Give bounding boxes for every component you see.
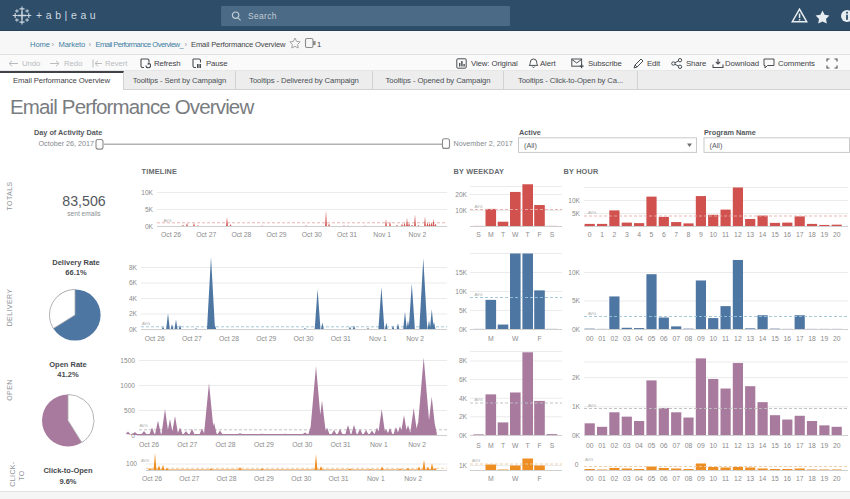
svg-text:10: 10 (709, 475, 717, 482)
svg-text:Oct 29: Oct 29 (254, 441, 274, 448)
svg-text:3: 3 (625, 231, 629, 238)
svg-text:11: 11 (722, 335, 729, 342)
svg-text:DELIVERY: DELIVERY (6, 289, 13, 327)
svg-text:0K: 0K (459, 432, 468, 439)
svg-text:TOTALS: TOTALS (6, 182, 13, 211)
svg-text:01: 01 (598, 335, 606, 342)
svg-text:Oct 26: Oct 26 (161, 231, 181, 238)
svg-text:83,506: 83,506 (62, 193, 106, 209)
svg-text:AVG: AVG (475, 292, 483, 297)
svg-text:06: 06 (660, 475, 668, 482)
svg-text:0K: 0K (572, 326, 581, 333)
svg-text:TO: TO (18, 470, 25, 481)
svg-text:Oct 30: Oct 30 (292, 441, 312, 448)
svg-text:Oct 30: Oct 30 (293, 335, 313, 342)
svg-text:Nov 1: Nov 1 (369, 335, 387, 342)
svg-text:19: 19 (821, 475, 829, 482)
svg-text:07: 07 (672, 442, 680, 449)
svg-text:11: 11 (722, 475, 729, 482)
svg-text:Oct 26: Oct 26 (139, 441, 159, 448)
svg-text:Nov 2: Nov 2 (406, 335, 424, 342)
svg-text:19: 19 (821, 442, 829, 449)
svg-text:0K: 0K (572, 432, 581, 439)
svg-text:S: S (550, 442, 555, 449)
svg-text:Oct 26: Oct 26 (145, 335, 165, 342)
svg-text:17: 17 (796, 442, 804, 449)
svg-text:W: W (512, 442, 519, 449)
svg-text:Oct 31: Oct 31 (330, 441, 350, 448)
svg-text:10K: 10K (568, 197, 580, 204)
svg-text:10: 10 (709, 442, 717, 449)
svg-text:07: 07 (672, 335, 680, 342)
svg-text:16: 16 (784, 231, 792, 238)
svg-text:0K: 0K (145, 223, 154, 230)
svg-text:AVG: AVG (588, 403, 596, 408)
svg-text:20: 20 (833, 335, 841, 342)
svg-text:02: 02 (611, 335, 619, 342)
svg-text:16: 16 (784, 335, 792, 342)
svg-text:13: 13 (746, 442, 754, 449)
svg-text:8K: 8K (459, 357, 468, 364)
svg-text:5K: 5K (572, 210, 581, 217)
svg-text:Oct 30: Oct 30 (291, 475, 311, 482)
svg-text:20: 20 (833, 475, 841, 482)
svg-text:Oct 29: Oct 29 (267, 231, 287, 238)
svg-text:41.2%: 41.2% (57, 370, 79, 379)
svg-text:Oct 28: Oct 28 (217, 475, 237, 482)
svg-text:S: S (476, 442, 481, 449)
svg-text:14: 14 (759, 475, 767, 482)
svg-text:20K: 20K (455, 191, 467, 198)
svg-text:18: 18 (808, 231, 816, 238)
svg-text:00: 00 (586, 475, 594, 482)
svg-text:17: 17 (796, 475, 804, 482)
svg-text:Nov 2: Nov 2 (404, 475, 422, 482)
svg-text:M: M (488, 442, 494, 449)
svg-text:14: 14 (759, 335, 767, 342)
svg-text:8: 8 (687, 231, 691, 238)
svg-text:11: 11 (722, 231, 729, 238)
svg-text:November 2, 2017: November 2, 2017 (454, 139, 513, 148)
svg-text:10: 10 (709, 231, 717, 238)
svg-text:0: 0 (575, 461, 579, 468)
svg-text:F: F (537, 442, 541, 449)
svg-text:T: T (526, 231, 530, 238)
svg-text:Open Rate: Open Rate (49, 360, 87, 369)
svg-text:4K: 4K (129, 295, 138, 302)
svg-text:05: 05 (648, 442, 656, 449)
svg-text:5K: 5K (145, 206, 154, 213)
svg-text:W: W (512, 335, 519, 342)
svg-text:6K: 6K (459, 376, 468, 383)
svg-text:Nov 2: Nov 2 (408, 441, 426, 448)
svg-text:9.6%: 9.6% (59, 477, 76, 486)
svg-text:03: 03 (623, 442, 631, 449)
svg-text:1500: 1500 (120, 357, 135, 364)
svg-text:13: 13 (746, 335, 754, 342)
svg-text:05: 05 (648, 335, 656, 342)
svg-text:1K: 1K (459, 462, 468, 469)
svg-text:AVG: AVG (140, 423, 148, 428)
svg-text:01: 01 (598, 475, 606, 482)
svg-text:Oct 27: Oct 27 (177, 441, 197, 448)
svg-text:CLICK-: CLICK- (9, 461, 16, 487)
svg-text:10: 10 (709, 335, 717, 342)
svg-text:2K: 2K (459, 413, 468, 420)
svg-text:Program Name: Program Name (704, 128, 756, 137)
svg-text:AVG: AVG (588, 210, 596, 215)
svg-text:17: 17 (796, 231, 804, 238)
svg-text:Oct 31: Oct 31 (331, 335, 351, 342)
svg-text:S: S (550, 231, 555, 238)
svg-text:19: 19 (821, 231, 829, 238)
svg-text:00: 00 (586, 335, 594, 342)
svg-text:S: S (476, 231, 481, 238)
svg-text:Oct 28: Oct 28 (216, 441, 236, 448)
svg-text:TIMELINE: TIMELINE (142, 167, 178, 176)
svg-text:Nov 1: Nov 1 (367, 475, 385, 482)
svg-text:15: 15 (771, 475, 779, 482)
svg-text:Oct 27: Oct 27 (182, 335, 202, 342)
svg-text:T: T (501, 442, 505, 449)
svg-text:1: 1 (600, 231, 604, 238)
svg-text:10K: 10K (141, 189, 153, 196)
svg-text:Oct 27: Oct 27 (179, 475, 199, 482)
svg-text:T: T (526, 442, 530, 449)
svg-text:Click-to-Open: Click-to-Open (43, 466, 93, 475)
